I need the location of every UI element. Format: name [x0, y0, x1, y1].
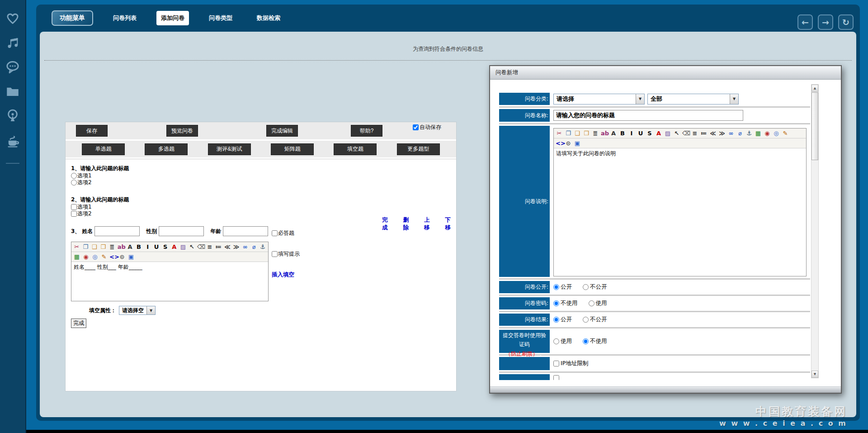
- editor-content[interactable]: 姓名____ 性别___ 年龄_____: [71, 262, 268, 301]
- function-menu-button[interactable]: 功能菜单: [52, 10, 93, 26]
- save-button[interactable]: 保存: [76, 125, 108, 137]
- anchor-icon[interactable]: ⚓: [745, 130, 753, 137]
- copy-icon[interactable]: ❐: [565, 130, 572, 137]
- align-icon[interactable]: ≡: [206, 243, 213, 250]
- help-button[interactable]: 帮助?: [351, 125, 382, 137]
- finish-edit-button[interactable]: 完成编辑: [266, 125, 298, 137]
- option-radio[interactable]: [71, 173, 77, 179]
- copy-icon[interactable]: ❐: [82, 243, 90, 250]
- scroll-up-icon[interactable]: ▲: [811, 85, 818, 92]
- desc-editor-content[interactable]: 请填写关于此问卷的说明: [554, 148, 806, 276]
- indent-icon[interactable]: ≫: [233, 243, 240, 250]
- edit-link[interactable]: 完成: [382, 216, 393, 232]
- maximize-icon[interactable]: ▣: [574, 140, 581, 147]
- select-icon[interactable]: ↖: [673, 130, 680, 137]
- clipped-checkbox[interactable]: [553, 375, 559, 380]
- edit-link[interactable]: 删除: [403, 216, 415, 232]
- font-size-icon[interactable]: A: [127, 243, 134, 250]
- captcha-on-radio[interactable]: [553, 338, 559, 344]
- media-icon[interactable]: ◎: [773, 130, 780, 137]
- text-color-icon[interactable]: A: [170, 243, 178, 250]
- forward-button[interactable]: →: [818, 14, 833, 30]
- coffee-icon[interactable]: [4, 131, 22, 149]
- autosave-checkbox[interactable]: [413, 124, 419, 130]
- question-type-button[interactable]: 矩阵题: [271, 143, 314, 155]
- underline-icon[interactable]: U: [153, 243, 160, 250]
- gender-field[interactable]: [159, 226, 204, 236]
- italic-icon[interactable]: I: [628, 130, 635, 137]
- password-off-radio[interactable]: [553, 300, 559, 306]
- age-field[interactable]: [223, 226, 268, 236]
- underline-icon[interactable]: U: [637, 130, 644, 137]
- dialog-titlebar[interactable]: 问卷新增: [490, 66, 841, 80]
- strikethrough-icon[interactable]: S: [646, 130, 653, 137]
- select-icon[interactable]: ↖: [189, 243, 196, 250]
- edit-box-icon[interactable]: ✎: [100, 253, 108, 260]
- bold-icon[interactable]: B: [619, 130, 626, 137]
- option-checkbox[interactable]: [71, 204, 77, 210]
- outdent-icon[interactable]: ≪: [224, 243, 231, 250]
- public-no-radio[interactable]: [583, 284, 589, 290]
- indent-icon[interactable]: ≫: [718, 130, 726, 137]
- bold-icon[interactable]: B: [135, 243, 142, 250]
- cut-icon[interactable]: ✂: [73, 243, 80, 250]
- public-yes-radio[interactable]: [553, 284, 559, 290]
- source-icon[interactable]: <>: [556, 140, 563, 147]
- ip-limit-checkbox[interactable]: [553, 361, 559, 366]
- eraser-icon[interactable]: ⌫: [682, 130, 689, 137]
- align-icon[interactable]: ≡: [691, 130, 698, 137]
- tab-add-survey[interactable]: 添加问卷: [156, 11, 189, 25]
- source-icon[interactable]: <>: [109, 253, 117, 260]
- unlink-icon[interactable]: ⌀: [736, 130, 744, 137]
- anchor-icon[interactable]: ⚓: [259, 243, 266, 250]
- folder-icon[interactable]: [4, 82, 22, 100]
- paste-word-icon[interactable]: ❒: [583, 130, 590, 137]
- eraser-icon[interactable]: ⌫: [197, 243, 204, 250]
- list-icon[interactable]: ≔: [215, 243, 222, 250]
- paste-word-icon[interactable]: ❒: [100, 243, 107, 250]
- link-icon[interactable]: ∞: [241, 243, 249, 250]
- broadcast-icon[interactable]: [4, 107, 22, 125]
- flash-icon[interactable]: ◉: [82, 253, 90, 260]
- result-public-radio[interactable]: [553, 317, 559, 323]
- option-radio[interactable]: [71, 180, 77, 186]
- dialog-scrollbar[interactable]: ▲ ▼: [811, 84, 819, 378]
- edit-link[interactable]: 上移: [424, 216, 435, 232]
- image-icon[interactable]: ▦: [755, 130, 762, 137]
- maximize-icon[interactable]: ▣: [127, 253, 135, 260]
- tab-survey-type[interactable]: 问卷类型: [204, 11, 237, 25]
- tab-data-search[interactable]: 数据检索: [252, 11, 285, 25]
- insert-blank-link[interactable]: 插入填空: [272, 271, 300, 279]
- question-type-button[interactable]: 多选题: [145, 143, 188, 155]
- tab-survey-list[interactable]: 问卷列表: [108, 11, 141, 25]
- scrollbar-thumb[interactable]: [811, 92, 818, 160]
- image-icon[interactable]: ▦: [73, 253, 80, 260]
- cut-icon[interactable]: ✂: [556, 130, 563, 137]
- paste-icon[interactable]: ❑: [91, 243, 98, 250]
- preview-survey-button[interactable]: 预览问卷: [166, 125, 198, 137]
- link-icon[interactable]: ∞: [727, 130, 735, 137]
- edit-link[interactable]: 下移: [445, 216, 457, 232]
- question-done-button[interactable]: 完成: [71, 319, 86, 328]
- chat-icon[interactable]: [4, 58, 22, 76]
- flash-icon[interactable]: ◉: [764, 130, 771, 137]
- scroll-down-icon[interactable]: ▼: [811, 371, 818, 378]
- question-type-button[interactable]: 单选题: [82, 143, 125, 155]
- text-color-icon[interactable]: A: [655, 130, 662, 137]
- password-on-radio[interactable]: [589, 300, 594, 306]
- question-type-button[interactable]: 更多题型: [397, 143, 440, 155]
- question-type-button[interactable]: 填空题: [334, 143, 377, 155]
- name-field[interactable]: [94, 226, 140, 236]
- required-checkbox[interactable]: [272, 230, 278, 236]
- heart-icon[interactable]: [4, 9, 22, 27]
- category-select[interactable]: 请选择 ▼: [553, 94, 645, 105]
- option-checkbox[interactable]: [71, 211, 77, 217]
- italic-icon[interactable]: I: [144, 243, 151, 250]
- font-size-icon[interactable]: A: [610, 130, 617, 137]
- templates-icon[interactable]: ≣: [592, 130, 599, 137]
- outdent-icon[interactable]: ≪: [709, 130, 717, 137]
- bg-color-icon[interactable]: ▨: [664, 130, 671, 137]
- survey-name-input[interactable]: [553, 110, 743, 121]
- bg-color-icon[interactable]: ▨: [179, 243, 187, 250]
- hint-checkbox[interactable]: [272, 251, 278, 257]
